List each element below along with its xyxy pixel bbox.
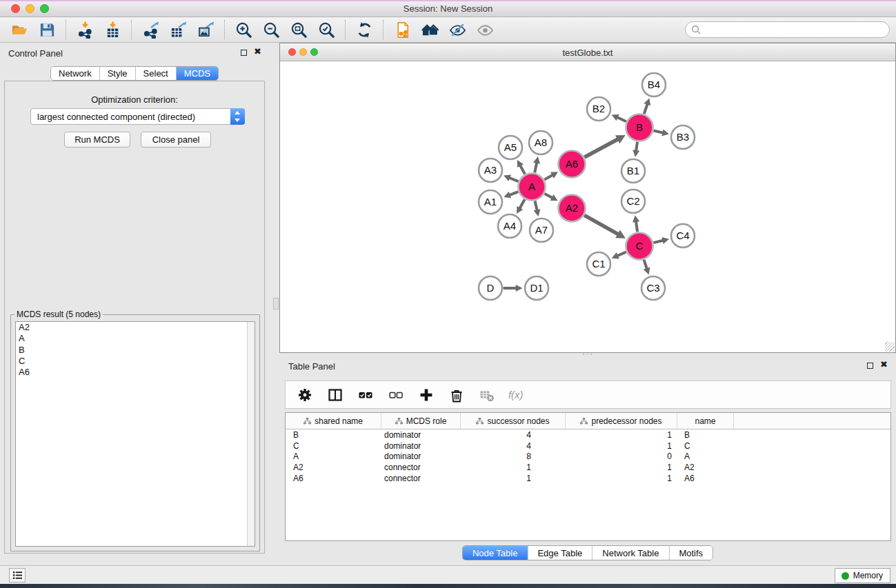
table-cell[interactable]: connector (381, 474, 461, 483)
graph-node-C2[interactable]: C2 (621, 190, 645, 213)
table-cell[interactable]: 1 (461, 463, 566, 472)
tab-style[interactable]: Style (100, 67, 136, 80)
mcds-result-item[interactable]: B (16, 345, 255, 356)
table-cell[interactable]: 0 (566, 452, 677, 461)
graph-edge-A-A6[interactable] (544, 172, 558, 179)
mcds-result-item[interactable]: A (16, 333, 255, 344)
new-network-from-selection-button[interactable] (388, 19, 416, 41)
table-cell[interactable]: 4 (461, 441, 566, 451)
table-panel-float-button[interactable] (867, 363, 873, 369)
table-cell[interactable]: dominator (381, 430, 461, 440)
graph-edge-B-B4[interactable] (644, 98, 650, 114)
graph-edge-C-C2[interactable] (633, 215, 639, 232)
graph-edge-D-D1[interactable] (504, 285, 523, 292)
open-session-button[interactable] (6, 19, 33, 41)
deselect-all-button[interactable] (386, 385, 406, 405)
table-cell[interactable]: 1 (566, 441, 677, 451)
graph-node-D[interactable]: D (479, 276, 502, 300)
table-cell[interactable]: A2 (286, 463, 381, 472)
table-cell[interactable]: C (677, 441, 734, 451)
zoom-selected-button[interactable] (312, 19, 340, 41)
table-cell[interactable]: 1 (566, 463, 677, 472)
graph-node-C[interactable]: C (626, 233, 653, 260)
table-cell[interactable]: A6 (286, 474, 381, 483)
table-tab-node-table[interactable]: Node Table (463, 546, 528, 560)
graph-node-A2[interactable]: A2 (559, 195, 586, 222)
table-cell[interactable]: dominator (381, 452, 461, 461)
table-cell[interactable]: 1 (566, 474, 677, 483)
table-cell[interactable]: B (677, 430, 734, 440)
close-panel-button[interactable]: Close panel (141, 132, 211, 148)
column-header-name[interactable]: name (677, 413, 734, 429)
mcds-result-item[interactable]: A6 (16, 367, 255, 378)
table-cell[interactable]: connector (381, 463, 461, 472)
result-list-scrollbar[interactable] (247, 322, 255, 546)
table-cell[interactable]: 8 (461, 452, 566, 461)
memory-button[interactable]: Memory (835, 568, 890, 583)
graph-node-A4[interactable]: A4 (498, 214, 521, 238)
window-resize-grip[interactable] (885, 342, 895, 352)
table-cell[interactable]: A (677, 452, 734, 461)
graph-node-B2[interactable]: B2 (587, 97, 610, 121)
trash-button[interactable] (447, 385, 466, 405)
columns-button[interactable] (326, 385, 345, 405)
table-cell[interactable]: A (286, 452, 381, 461)
vertical-splitter-handle[interactable] (273, 298, 279, 310)
export-image-button[interactable] (192, 19, 219, 41)
graph-edge-A2-C[interactable] (584, 215, 626, 238)
apply-layout-button[interactable] (350, 19, 378, 41)
import-table-button[interactable] (99, 19, 126, 41)
column-header-mcds-role[interactable]: MCDS role (381, 413, 461, 429)
graph-node-B1[interactable]: B1 (621, 159, 645, 183)
table-tab-network-table[interactable]: Network Table (593, 546, 669, 560)
graph-node-A3[interactable]: A3 (479, 159, 502, 182)
graph-edge-C-C3[interactable] (644, 260, 650, 275)
graph-node-B[interactable]: B (626, 114, 653, 141)
graph-edge-A6-B[interactable] (584, 135, 625, 157)
graph-edge-B-B2[interactable] (612, 114, 626, 121)
zoom-out-button[interactable] (257, 19, 285, 41)
graph-node-A[interactable]: A (519, 174, 546, 201)
graph-node-A7[interactable]: A7 (530, 219, 553, 242)
table-row[interactable]: Cdominator41C (286, 440, 890, 452)
graph-edge-C-C1[interactable] (612, 252, 626, 258)
graph-node-B3[interactable]: B3 (671, 125, 695, 149)
select-all-button[interactable] (356, 385, 375, 405)
graph-edge-A-A3[interactable] (504, 175, 518, 182)
table-row[interactable]: Adominator80A (286, 452, 890, 463)
table-tab-motifs[interactable]: Motifs (669, 546, 713, 560)
zoom-in-button[interactable] (230, 19, 257, 41)
search-input[interactable] (704, 23, 884, 37)
network-canvas[interactable]: B4B2BB3A8A5A6A3B1AA1C2A2A4A7C4CC1C3DD1 (280, 61, 895, 352)
mcds-result-item[interactable]: C (16, 356, 255, 367)
first-neighbors-button[interactable] (416, 19, 444, 41)
criterion-dropdown[interactable]: largest connected component (directed) (30, 108, 245, 125)
table-row[interactable]: Bdominator41B (286, 429, 890, 440)
table-cell[interactable]: A6 (677, 474, 734, 483)
tab-mcds[interactable]: MCDS (177, 67, 218, 80)
graph-node-A6[interactable]: A6 (559, 151, 586, 178)
graph-node-C3[interactable]: C3 (641, 276, 665, 300)
table-cell[interactable]: B (286, 430, 381, 440)
show-all-button[interactable] (471, 19, 499, 41)
column-header-shared-name[interactable]: shared name (286, 413, 381, 429)
save-session-button[interactable] (33, 19, 61, 41)
graph-node-A5[interactable]: A5 (499, 136, 522, 159)
graph-edge-A-A1[interactable] (504, 192, 518, 199)
graph-node-C4[interactable]: C4 (671, 224, 695, 247)
import-network-button[interactable] (71, 19, 99, 41)
graph-edge-B-B1[interactable] (633, 142, 639, 157)
graph-edge-A-A7[interactable] (533, 201, 540, 216)
graph-node-B4[interactable]: B4 (642, 73, 666, 97)
graph-node-D1[interactable]: D1 (525, 276, 548, 300)
graph-edge-A-A4[interactable] (517, 199, 525, 214)
control-panel-float-button[interactable] (241, 50, 247, 56)
task-history-button[interactable] (9, 568, 26, 582)
mcds-result-item[interactable]: A2 (16, 322, 255, 333)
graph-edge-A-A2[interactable] (545, 194, 558, 201)
run-mcds-button[interactable]: Run MCDS (64, 132, 130, 148)
hide-selected-button[interactable] (444, 19, 471, 41)
add-button[interactable] (417, 385, 436, 405)
table-panel-close-button[interactable]: ✖ (880, 359, 888, 370)
control-panel-close-button[interactable]: ✖ (254, 46, 261, 57)
